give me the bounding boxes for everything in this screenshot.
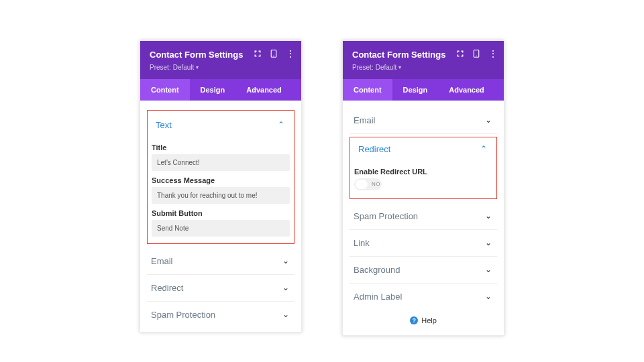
expand-icon[interactable]	[253, 49, 262, 58]
section-title: Redirect	[358, 144, 390, 154]
chevron-down-icon: ⌄	[281, 256, 290, 265]
title-input[interactable]: Let's Connect!	[152, 154, 290, 171]
section-title: Email	[151, 256, 173, 266]
panel-body: Text ⌃ Title Let's Connect! Success Mess…	[140, 101, 301, 332]
highlighted-section: Text ⌃ Title Let's Connect! Success Mess…	[147, 110, 294, 244]
section-title: Redirect	[151, 283, 183, 293]
panel-header: Contact Form Settings Preset: Default ▾ …	[343, 41, 504, 79]
section-spam: Spam Protection ⌄	[350, 203, 497, 230]
section-redirect: Redirect ⌄	[147, 275, 294, 302]
section-title: Spam Protection	[354, 211, 418, 221]
tab-design[interactable]: Design	[392, 79, 439, 101]
section-background: Background ⌄	[350, 257, 497, 284]
section-header[interactable]: Spam Protection ⌄	[350, 203, 497, 229]
section-header[interactable]: Spam Protection ⌄	[147, 302, 294, 328]
tab-advanced[interactable]: Advanced	[438, 79, 495, 101]
section-title: Background	[354, 265, 400, 275]
section-header[interactable]: Background ⌄	[350, 257, 497, 283]
tab-advanced[interactable]: Advanced	[235, 79, 292, 101]
section-header[interactable]: Email ⌄	[147, 248, 294, 274]
panel-body: Email ⌄ Redirect ⌃ Enable Redirect URL N…	[343, 101, 504, 335]
section-link: Link ⌄	[350, 230, 497, 257]
preset-dropdown[interactable]: Preset: Default ▾	[352, 64, 401, 71]
chevron-down-icon: ▾	[398, 64, 401, 70]
tablet-icon[interactable]	[472, 49, 481, 58]
help-icon: ?	[410, 316, 418, 324]
chevron-down-icon: ⌄	[484, 238, 493, 247]
tab-design[interactable]: Design	[190, 79, 236, 101]
expand-icon[interactable]	[455, 49, 465, 58]
toggle-knob	[356, 180, 368, 189]
header-icons: ⋮	[253, 49, 294, 58]
preset-dropdown[interactable]: Preset: Default ▾	[150, 64, 199, 71]
panel-header: Contact Form Settings Preset: Default ▾ …	[140, 41, 301, 79]
section-title: Text	[156, 120, 172, 130]
svg-rect-1	[273, 56, 274, 56]
section-title: Link	[354, 238, 370, 248]
section-email: Email ⌄	[350, 107, 497, 134]
chevron-up-icon: ⌃	[276, 120, 286, 129]
tablet-icon[interactable]	[269, 49, 278, 58]
chevron-down-icon: ⌄	[484, 292, 493, 301]
section-email: Email ⌄	[147, 248, 294, 275]
kebab-menu-icon[interactable]: ⋮	[488, 49, 497, 58]
chevron-down-icon: ⌄	[484, 265, 493, 274]
field-label: Submit Button	[152, 209, 290, 217]
section-title: Spam Protection	[151, 310, 215, 320]
chevron-down-icon: ⌄	[484, 115, 493, 125]
section-header[interactable]: Link ⌄	[350, 230, 497, 256]
section-header[interactable]: Admin Label ⌄	[350, 284, 497, 310]
highlighted-section: Redirect ⌃ Enable Redirect URL NO	[350, 137, 497, 199]
tab-content[interactable]: Content	[140, 79, 190, 101]
section-header[interactable]: Redirect ⌄	[147, 275, 294, 301]
settings-panel-left: Contact Form Settings Preset: Default ▾ …	[140, 40, 302, 333]
header-icons: ⋮	[455, 49, 497, 58]
field-label: Title	[152, 143, 290, 152]
chevron-up-icon: ⌃	[479, 144, 488, 154]
section-header-redirect[interactable]: Redirect ⌃	[354, 139, 492, 162]
section-spam: Spam Protection ⌄	[147, 302, 294, 328]
chevron-down-icon: ▾	[196, 64, 199, 70]
chevron-down-icon: ⌄	[281, 310, 290, 319]
section-title: Admin Label	[354, 292, 402, 302]
chevron-down-icon: ⌄	[281, 283, 290, 292]
section-header-text[interactable]: Text ⌃	[152, 112, 290, 138]
success-message-input[interactable]: Thank you for reaching out to me!	[152, 187, 290, 204]
field-label: Success Message	[152, 176, 290, 184]
section-title: Email	[354, 115, 376, 125]
section-admin-label: Admin Label ⌄	[350, 284, 497, 310]
section-header[interactable]: Email ⌄	[350, 107, 497, 133]
help-link[interactable]: ? Help	[350, 310, 497, 331]
kebab-menu-icon[interactable]: ⋮	[285, 49, 294, 58]
chevron-down-icon: ⌄	[484, 211, 493, 221]
settings-panel-right: Contact Form Settings Preset: Default ▾ …	[342, 40, 504, 336]
field-label: Enable Redirect URL	[354, 168, 492, 176]
submit-button-input[interactable]: Send Note	[152, 220, 290, 237]
tabs: Content Design Advanced	[140, 79, 301, 101]
tab-content[interactable]: Content	[343, 79, 392, 101]
tabs: Content Design Advanced	[343, 79, 504, 101]
svg-rect-3	[476, 56, 477, 56]
enable-redirect-toggle[interactable]: NO	[354, 178, 382, 190]
